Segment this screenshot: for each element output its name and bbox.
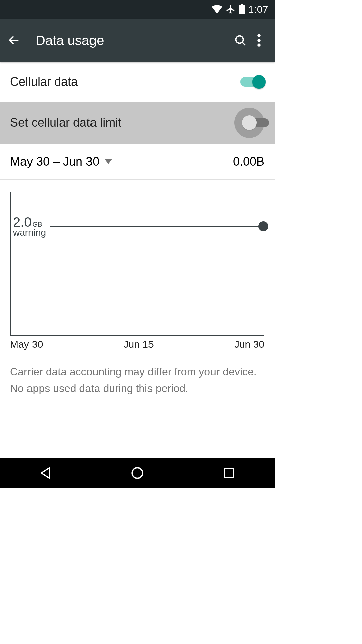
cellular-data-row[interactable]: Cellular data <box>0 62 275 102</box>
svg-point-1 <box>257 34 261 37</box>
set-data-limit-toggle[interactable] <box>234 108 264 138</box>
wifi-icon <box>212 5 222 14</box>
x-tick-end: Jun 30 <box>234 339 264 350</box>
set-data-limit-row[interactable]: Set cellular data limit <box>0 102 275 144</box>
svg-point-0 <box>236 36 243 43</box>
warning-threshold-label: 2.0GB warning <box>11 215 50 237</box>
status-bar: 1:07 <box>0 0 275 19</box>
x-tick-start: May 30 <box>10 339 43 350</box>
data-usage-chart: 2.0GB warning May 30 Jun 15 Jun 30 <box>0 180 275 354</box>
back-button[interactable] <box>6 32 22 48</box>
navigation-bar <box>0 458 275 488</box>
cycle-total-usage: 0.00B <box>233 155 264 169</box>
svg-point-2 <box>257 39 261 42</box>
chart-plot-area: 2.0GB warning <box>10 192 264 336</box>
nav-recents-button[interactable] <box>219 463 239 483</box>
overflow-menu-button[interactable] <box>250 31 268 50</box>
billing-cycle-selector[interactable]: May 30 – Jun 30 <box>10 155 112 169</box>
dropdown-icon <box>105 159 112 164</box>
cellular-data-toggle[interactable] <box>240 77 264 87</box>
svg-point-3 <box>257 44 261 47</box>
billing-cycle-period: May 30 – Jun 30 <box>10 155 99 169</box>
chart-x-axis: May 30 Jun 15 Jun 30 <box>10 336 264 350</box>
search-button[interactable] <box>231 31 250 50</box>
warning-threshold-line[interactable]: 2.0GB warning <box>11 215 264 237</box>
usage-footer-text: Carrier data accounting may differ from … <box>0 354 275 405</box>
page-title: Data usage <box>36 33 231 48</box>
nav-back-button[interactable] <box>36 463 56 483</box>
status-time: 1:07 <box>248 4 268 15</box>
svg-rect-5 <box>224 469 233 478</box>
battery-icon <box>239 4 245 14</box>
set-data-limit-label: Set cellular data limit <box>10 116 234 130</box>
svg-point-4 <box>132 468 143 478</box>
nav-home-button[interactable] <box>127 463 147 483</box>
x-tick-mid: Jun 15 <box>124 339 154 350</box>
billing-cycle-row: May 30 – Jun 30 0.00B <box>0 144 275 180</box>
airplane-icon <box>226 4 236 14</box>
warning-threshold-handle[interactable] <box>258 221 268 231</box>
cellular-data-label: Cellular data <box>10 75 240 89</box>
app-bar: Data usage <box>0 19 275 62</box>
